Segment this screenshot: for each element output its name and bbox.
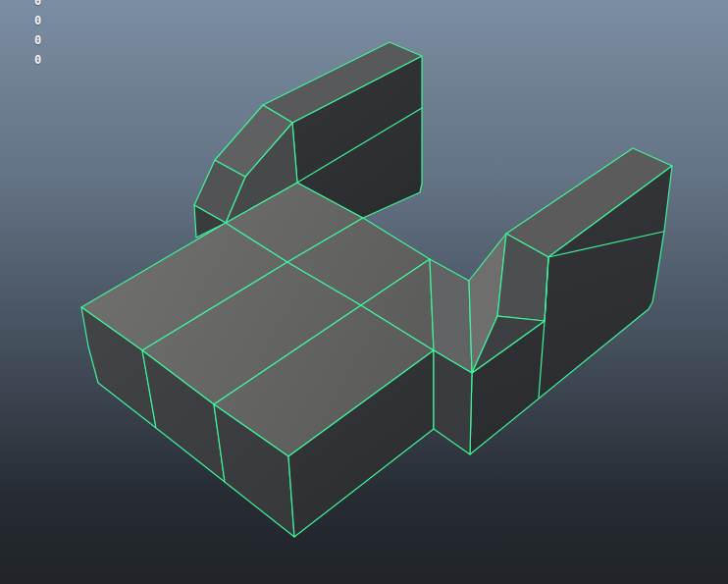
mesh-canvas[interactable] [0, 0, 728, 584]
3d-viewport[interactable]: 0 0 0 0 [0, 0, 728, 584]
